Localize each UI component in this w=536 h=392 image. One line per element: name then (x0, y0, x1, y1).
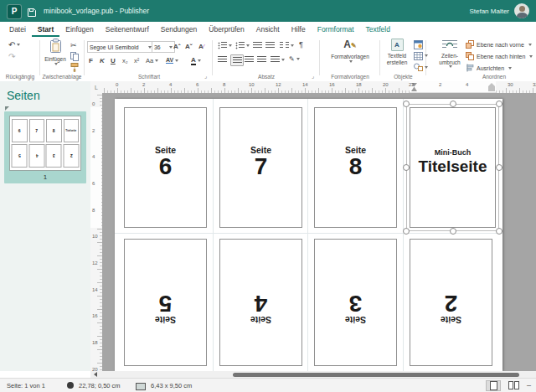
page-cell-2[interactable]: Seite2 (410, 239, 492, 366)
selection-handle[interactable] (403, 101, 410, 107)
styles-button[interactable]: A✎ Formatvorlagen (326, 39, 374, 63)
bring-forward-button[interactable]: Ebene nach vorne (466, 40, 532, 49)
selection-handle[interactable] (450, 101, 456, 107)
selection-handle[interactable] (403, 228, 410, 235)
avatar[interactable] (514, 3, 529, 18)
panel-collapse-icon[interactable] (5, 106, 9, 111)
decrease-indent-button[interactable] (253, 40, 262, 50)
selection-handle[interactable] (496, 164, 502, 171)
ruler-number: 4 (92, 154, 95, 159)
ruler-number: 20 (383, 82, 389, 87)
tab-einfuegen[interactable]: Einfügen (59, 22, 100, 37)
copy-icon[interactable] (70, 51, 79, 61)
italic-button[interactable]: K (100, 55, 105, 65)
line-spacing-button[interactable] (271, 54, 285, 64)
tab-hilfe[interactable]: Hilfe (286, 22, 312, 37)
selection-handle[interactable] (496, 228, 502, 235)
ruler-number: 8 (92, 208, 95, 213)
columns-button[interactable] (280, 40, 294, 50)
tab-seitenentwurf[interactable]: Seitenentwurf (100, 22, 155, 37)
format-painter-icon[interactable] (70, 62, 79, 72)
ruler-number: 18 (356, 82, 362, 87)
tab-sendungen[interactable]: Sendungen (155, 22, 204, 37)
align-objects-button[interactable]: Ausrichten (466, 64, 512, 72)
align-center-button[interactable] (230, 54, 244, 66)
publisher-app-icon[interactable]: P (7, 4, 22, 19)
redo-button[interactable]: ↷ (8, 51, 15, 61)
paragraph-marks-button[interactable]: ¶ (299, 39, 303, 49)
change-case-button[interactable]: Aa (146, 55, 158, 65)
page-thumbnail[interactable]: 678Titelseite 5432 1 (4, 111, 86, 183)
grow-font-button[interactable]: Aˆ (173, 41, 180, 51)
text-wrap-button[interactable]: Zeilen-umbruch (432, 39, 467, 68)
shapes-icon[interactable] (414, 62, 428, 72)
status-page-info[interactable]: Seite: 1 von 1 (7, 382, 45, 389)
selection-handle[interactable] (403, 164, 410, 171)
group-label-arrange: Anordnen (469, 74, 519, 80)
selection-handle[interactable] (496, 101, 502, 107)
bullets-button[interactable] (218, 40, 232, 50)
scrollbar-thumb[interactable] (233, 373, 519, 377)
increase-indent-button[interactable] (265, 40, 275, 50)
save-icon[interactable] (27, 6, 37, 21)
underline-button[interactable]: U (111, 55, 116, 65)
ruler-number: 0 (116, 82, 118, 87)
page-cell-6[interactable]: Seite6 (124, 107, 207, 228)
pasteboard[interactable]: Seite6 Seite7 Seite8 Mini-BuchTitelseite… (102, 93, 536, 371)
zoom-out-button[interactable]: – (527, 381, 531, 389)
numbering-button[interactable] (235, 40, 250, 50)
status-object-size[interactable]: 6,43 x 9,50 cm (151, 382, 192, 389)
tab-textfeld[interactable]: Textfeld (360, 22, 396, 37)
align-left-button[interactable] (218, 54, 227, 64)
draw-textbox-button[interactable]: A Textfeld erstellen (383, 39, 411, 65)
font-dialog-launcher[interactable]: ⌟ (204, 74, 207, 79)
title-bar: P minibook_vorlage.pub - Publisher Stefa… (0, 0, 536, 22)
bold-button[interactable]: F (89, 55, 93, 65)
tab-datei[interactable]: Datei (3, 22, 32, 37)
font-color-button[interactable]: A (191, 55, 201, 65)
horizontal-ruler[interactable]: 0246810121416182022243032 (102, 81, 536, 94)
page-cell-4[interactable]: Seite4 (219, 239, 302, 366)
status-cursor-position[interactable]: 22,78; 0,50 cm (79, 382, 121, 389)
font-name-select[interactable]: Segoe UI Semibold (87, 41, 154, 53)
justify-button[interactable] (257, 54, 266, 64)
ruler-number: 14 (302, 82, 308, 87)
clipboard-dialog-launcher[interactable]: ⌟ (78, 74, 80, 79)
publication-page[interactable]: Seite6 Seite7 Seite8 Mini-BuchTitelseite… (115, 99, 502, 371)
page-cell-3[interactable]: Seite3 (314, 239, 397, 366)
group-divider (39, 40, 40, 75)
character-spacing-button[interactable]: AV (166, 55, 178, 65)
send-backward-button[interactable]: Ebene nach hinten (466, 52, 533, 60)
ruler-origin-button[interactable]: L (90, 81, 103, 94)
tab-formformat[interactable]: Formformat (312, 22, 360, 37)
shrink-font-button[interactable]: Aˇ (185, 41, 192, 51)
superscript-button[interactable]: x² (134, 55, 139, 65)
cut-icon[interactable]: ✂ (70, 40, 77, 50)
table-icon[interactable] (414, 51, 428, 61)
page-cell-7[interactable]: Seite7 (219, 107, 302, 228)
stroke-button[interactable]: ✎ (289, 54, 300, 64)
vertical-ruler[interactable]: 02468101214161820 (90, 93, 103, 371)
align-right-button[interactable] (245, 54, 254, 64)
tab-ueberpruefen[interactable]: Überprüfen (203, 22, 250, 37)
undo-button[interactable]: ↶ (8, 39, 20, 49)
font-size-select[interactable]: 36 (152, 41, 175, 53)
page-cell-8[interactable]: Seite8 (314, 107, 397, 228)
scroll-left-arrow[interactable] (94, 372, 97, 377)
ruler-number: 16 (329, 82, 335, 87)
single-page-view-button[interactable] (486, 380, 501, 391)
selection-handle[interactable] (450, 228, 456, 235)
two-page-view-button[interactable] (506, 380, 521, 391)
horizontal-scrollbar[interactable] (90, 371, 536, 378)
ruler-number: 0 (92, 101, 95, 106)
clear-formatting-button[interactable]: A⁄ (198, 41, 204, 51)
page-parts-icon[interactable] (414, 39, 423, 49)
tab-ansicht[interactable]: Ansicht (250, 22, 286, 37)
layers-forward-icon (466, 40, 474, 49)
paragraph-dialog-launcher[interactable]: ⌟ (312, 74, 314, 79)
page-cell-5[interactable]: Seite5 (124, 239, 207, 366)
paste-button[interactable]: Einfügen (42, 39, 69, 65)
tab-start[interactable]: Start (32, 22, 59, 37)
page-cell-titelseite[interactable]: Mini-BuchTitelseite (410, 107, 496, 228)
subscript-button[interactable]: x₂ (122, 55, 128, 65)
